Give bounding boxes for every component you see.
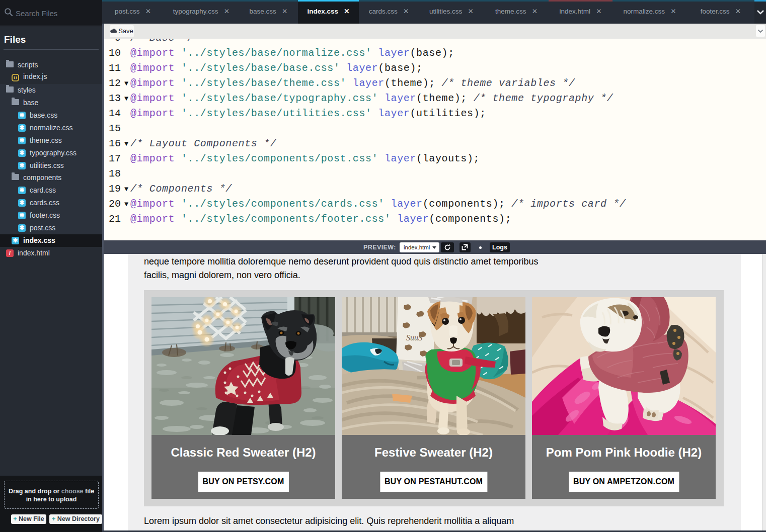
svg-text:SuuS: SuuS: [406, 333, 422, 342]
